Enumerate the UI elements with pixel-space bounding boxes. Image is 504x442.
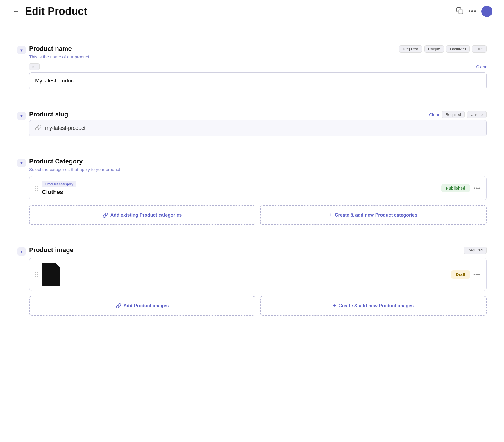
category-type-label: Product category xyxy=(42,181,76,187)
product-slug-title: Product slug xyxy=(29,111,68,118)
add-existing-label: Add existing Product categories xyxy=(110,213,182,218)
category-name: Clothes xyxy=(42,189,438,195)
add-product-images-button[interactable]: Add Product images xyxy=(29,296,255,316)
product-slug-input[interactable] xyxy=(45,125,480,131)
main-content: ▼ Product name Required Unique Localized… xyxy=(0,23,504,338)
page-title: Edit Product xyxy=(25,5,451,17)
product-name-input[interactable] xyxy=(29,72,487,89)
product-category-desc: Select the categories that apply to your… xyxy=(29,167,487,172)
image-card-actions: Draft ••• xyxy=(451,270,480,279)
image-action-row: Add Product images + Create & add new Pr… xyxy=(29,296,487,316)
product-category-header: Product Category xyxy=(29,158,487,165)
image-card: Draft ••• xyxy=(29,258,487,291)
badge-image-required: Required xyxy=(464,247,487,254)
badge-slug-required: Required xyxy=(442,111,465,118)
add-existing-categories-button[interactable]: Add existing Product categories xyxy=(29,205,255,225)
collapse-button[interactable]: ▼ xyxy=(17,46,26,54)
file-icon xyxy=(42,263,60,286)
product-name-toggle[interactable]: ▼ xyxy=(17,45,29,89)
product-image-body: Product image Required Draft ••• xyxy=(29,246,487,316)
create-new-images-button[interactable]: + Create & add new Product images xyxy=(260,296,487,316)
product-category-toggle[interactable]: ▼ xyxy=(17,158,29,225)
avatar[interactable] xyxy=(481,6,492,17)
product-image-section: ▼ Product image Required Draft ••• xyxy=(17,236,487,326)
badge-unique: Unique xyxy=(424,45,444,53)
copy-icon[interactable] xyxy=(456,7,464,16)
product-name-body: Product name Required Unique Localized T… xyxy=(29,45,487,89)
product-name-badges: Required Unique Localized Title xyxy=(399,45,487,53)
image-more-button[interactable]: ••• xyxy=(473,271,480,278)
product-name-desc: This is the name of our product xyxy=(29,54,487,59)
product-name-title: Product name xyxy=(29,45,72,53)
product-slug-badges: Clear Required Unique xyxy=(429,111,487,118)
badge-required: Required xyxy=(399,45,422,53)
back-button[interactable]: ← xyxy=(12,6,20,16)
clear-button[interactable]: Clear xyxy=(476,64,487,69)
product-slug-toggle[interactable]: ▼ xyxy=(17,111,29,136)
product-image-header: Product image Required xyxy=(29,246,487,254)
category-action-row: Add existing Product categories + Create… xyxy=(29,205,487,225)
badge-localized: Localized xyxy=(446,45,470,53)
category-card: Product category Clothes Published ••• xyxy=(29,176,487,200)
product-name-header: Product name Required Unique Localized T… xyxy=(29,45,487,53)
more-options-icon[interactable]: ••• xyxy=(468,8,477,15)
product-category-body: Product Category Select the categories t… xyxy=(29,158,487,225)
slug-input-wrap xyxy=(29,120,487,136)
badge-title: Title xyxy=(472,45,487,53)
collapse-button-category[interactable]: ▼ xyxy=(17,159,26,167)
lang-row: en Clear xyxy=(29,63,487,70)
product-image-toggle[interactable]: ▼ xyxy=(17,246,29,316)
link-icon xyxy=(35,124,42,132)
create-images-label: Create & add new Product images xyxy=(338,303,414,308)
page-header: ← Edit Product ••• xyxy=(0,0,504,23)
product-category-section: ▼ Product Category Select the categories… xyxy=(17,147,487,236)
card-content: Product category Clothes xyxy=(42,181,438,195)
create-new-label: Create & add new Product categories xyxy=(335,213,417,218)
product-category-title: Product Category xyxy=(29,158,83,165)
product-image-title: Product image xyxy=(29,246,74,254)
card-actions: Published ••• xyxy=(441,184,480,192)
svg-rect-0 xyxy=(459,10,463,14)
product-name-section: ▼ Product name Required Unique Localized… xyxy=(17,35,487,100)
collapse-button-image[interactable]: ▼ xyxy=(17,247,26,256)
product-slug-header: Product slug Clear Required Unique xyxy=(29,111,487,118)
add-images-label: Add Product images xyxy=(124,303,169,308)
status-badge-published: Published xyxy=(441,184,470,192)
plus-icon-category: + xyxy=(329,212,333,218)
product-slug-section: ▼ Product slug Clear Required Unique xyxy=(17,100,487,147)
lang-tag: en xyxy=(29,63,40,70)
category-more-button[interactable]: ••• xyxy=(473,185,480,192)
status-badge-draft: Draft xyxy=(451,270,470,279)
clear-button-slug[interactable]: Clear xyxy=(429,111,439,118)
collapse-button-slug[interactable]: ▼ xyxy=(17,112,26,120)
plus-icon-image: + xyxy=(333,303,336,309)
badge-slug-unique: Unique xyxy=(467,111,487,118)
product-slug-body: Product slug Clear Required Unique xyxy=(29,111,487,136)
drag-handle-image[interactable] xyxy=(35,272,38,277)
drag-handle[interactable] xyxy=(35,186,38,191)
create-new-categories-button[interactable]: + Create & add new Product categories xyxy=(260,205,487,225)
